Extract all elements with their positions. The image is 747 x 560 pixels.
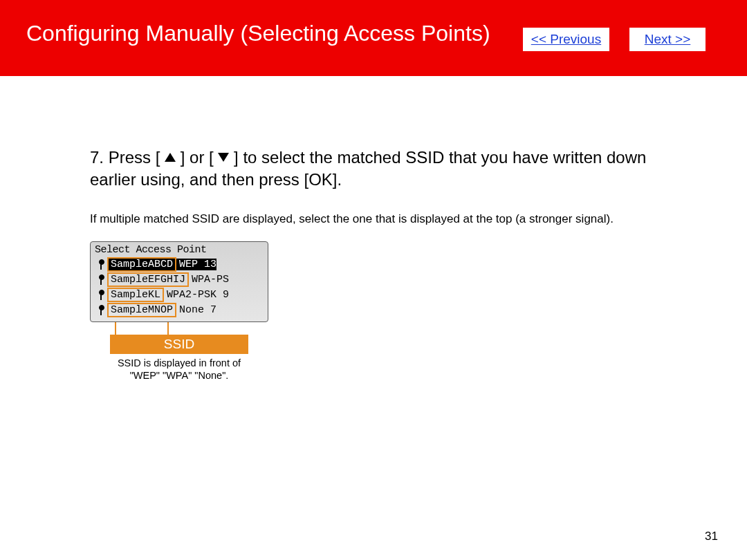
signal-icon: [95, 306, 107, 315]
header-bar: Configuring Manually (Selecting Access P…: [0, 0, 747, 76]
security-cell: None 7: [176, 304, 216, 316]
lcd-screen: Select Access Point SampleABCD WEP 13 Sa…: [90, 241, 268, 322]
callout-connector: [115, 322, 116, 335]
callout-label: SSID: [110, 335, 248, 354]
lcd-row: SampleABCD WEP 13: [93, 257, 266, 272]
callout-connector: [167, 322, 169, 335]
step-instruction: 7. Press [ ] or [ ] to select the matche…: [90, 147, 657, 192]
content-area: 7. Press [ ] or [ ] to select the matche…: [90, 147, 657, 382]
page-number: 31: [705, 530, 718, 543]
callout-text: SSID is displayed in front of "WEP" "WPA…: [107, 357, 252, 382]
signal-icon: [95, 260, 107, 270]
lcd-row: SampleKL WPA2-PSK 9: [93, 288, 266, 303]
ssid-cell: SampleABCD: [107, 257, 176, 272]
callout-connector: [141, 335, 142, 342]
ssid-cell: SampleKL: [107, 288, 164, 302]
page-title: Configuring Manually (Selecting Access P…: [26, 21, 490, 46]
step-number: 7.: [90, 148, 104, 167]
signal-icon: [95, 275, 107, 285]
lcd-row: SampleMNOP None 7: [93, 303, 266, 318]
subnote: If multiple matched SSID are displayed, …: [90, 212, 657, 226]
ssid-callout: SSID SSID is displayed in front of "WEP"…: [90, 335, 268, 382]
ssid-cell: SampleMNOP: [107, 303, 176, 317]
security-cell: WEP 13: [176, 259, 216, 270]
lcd-row: SampleEFGHIJ WPA-PS: [93, 272, 266, 288]
lcd-title: Select Access Point: [93, 244, 266, 257]
up-triangle-icon: [165, 153, 176, 162]
down-triangle-icon: [218, 153, 229, 162]
previous-button[interactable]: << Previous: [523, 28, 609, 51]
security-cell: WPA-PS: [189, 274, 229, 286]
security-cell: WPA2-PSK 9: [164, 289, 229, 301]
signal-icon: [95, 290, 107, 300]
instr-pre: Press [: [109, 148, 165, 167]
next-button[interactable]: Next >>: [629, 28, 706, 51]
instr-mid: ] or [: [176, 148, 218, 167]
ssid-cell: SampleEFGHIJ: [107, 272, 189, 287]
